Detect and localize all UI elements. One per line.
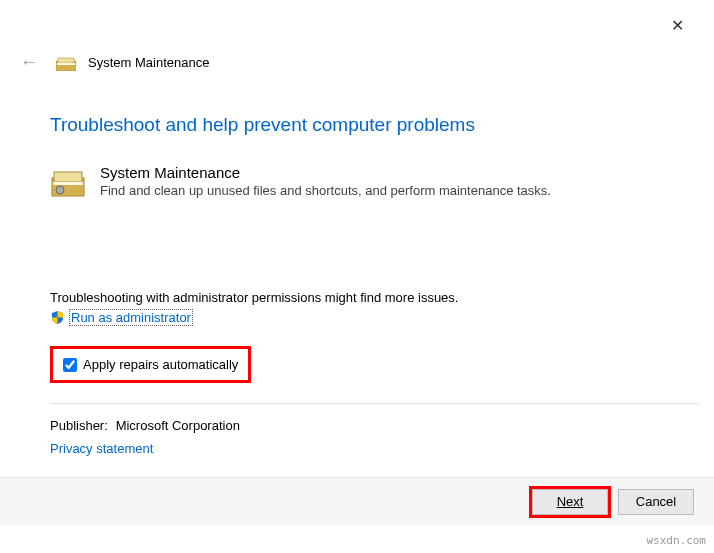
back-arrow-icon: ← [14, 50, 44, 75]
apply-repairs-checkbox[interactable] [63, 358, 77, 372]
troubleshooter-info: System Maintenance Find and clean up unu… [50, 164, 699, 200]
maintenance-header-icon [56, 55, 76, 71]
cancel-button[interactable]: Cancel [618, 489, 694, 515]
apply-repairs-row[interactable]: Apply repairs automatically [63, 357, 238, 372]
watermark: wsxdn.com [646, 534, 706, 547]
footer-bar: Next Cancel [0, 477, 714, 525]
svg-rect-1 [58, 58, 74, 63]
svg-point-6 [56, 186, 64, 194]
troubleshooter-text: System Maintenance Find and clean up unu… [100, 164, 699, 200]
content-area: Troubleshoot and help prevent computer p… [50, 114, 699, 456]
admin-link-row: Run as administrator [50, 309, 699, 326]
publisher-label: Publisher: [50, 418, 112, 433]
apply-repairs-highlight: Apply repairs automatically [50, 346, 251, 383]
shield-icon [50, 310, 65, 325]
publisher-value: Microsoft Corporation [116, 418, 240, 433]
svg-rect-4 [54, 172, 82, 182]
next-button[interactable]: Next [532, 489, 608, 515]
publisher-row: Publisher: Microsoft Corporation [50, 418, 699, 433]
privacy-statement-link[interactable]: Privacy statement [50, 441, 153, 456]
svg-rect-5 [53, 182, 83, 185]
divider [50, 403, 699, 404]
maintenance-icon [50, 164, 86, 200]
section-title: System Maintenance [100, 164, 699, 181]
svg-rect-2 [57, 63, 75, 65]
main-heading: Troubleshoot and help prevent computer p… [50, 114, 699, 136]
close-button[interactable]: ✕ [663, 12, 692, 39]
apply-repairs-label: Apply repairs automatically [83, 357, 238, 372]
section-description: Find and clean up unused files and short… [100, 183, 699, 198]
run-as-admin-link[interactable]: Run as administrator [69, 309, 193, 326]
admin-note: Troubleshooting with administrator permi… [50, 290, 699, 305]
header-title: System Maintenance [88, 55, 209, 70]
header-bar: ← System Maintenance [14, 50, 209, 75]
